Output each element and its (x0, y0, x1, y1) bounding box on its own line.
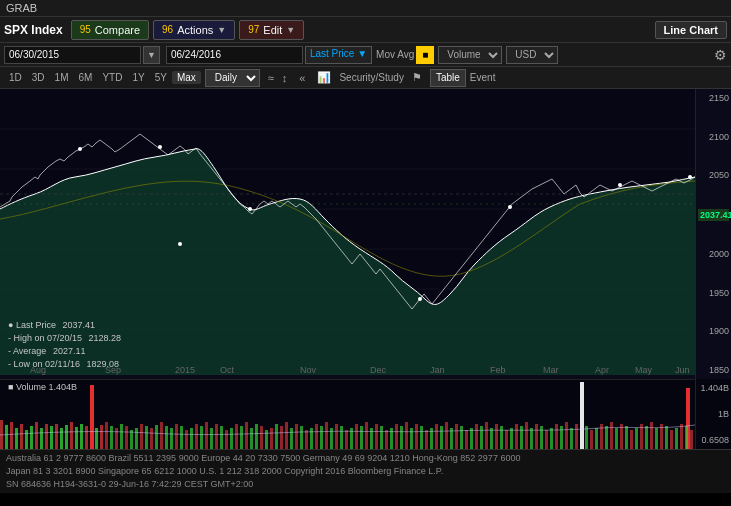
svg-rect-106 (440, 426, 443, 449)
svg-rect-135 (585, 426, 588, 449)
svg-rect-122 (520, 426, 523, 449)
svg-rect-99 (405, 422, 408, 449)
period-1y[interactable]: 1Y (127, 71, 149, 84)
volume-svg (0, 380, 695, 449)
svg-rect-97 (395, 424, 398, 449)
svg-rect-132 (565, 422, 568, 449)
scale-tool[interactable]: ↕ (278, 71, 292, 85)
svg-rect-33 (70, 422, 73, 449)
svg-rect-125 (535, 424, 538, 449)
gear-icon[interactable]: ⚙ (714, 47, 727, 63)
svg-rect-31 (60, 428, 63, 449)
security-study-button[interactable]: Security/Study (339, 72, 403, 83)
month-nov: Nov (300, 365, 316, 375)
period-max[interactable]: Max (172, 71, 201, 84)
date-from-input[interactable] (4, 46, 141, 64)
svg-rect-113 (475, 424, 478, 449)
svg-rect-24 (30, 426, 33, 449)
svg-rect-56 (190, 428, 193, 449)
compare-num: 95 (80, 24, 91, 35)
svg-rect-120 (510, 428, 513, 449)
svg-rect-131 (580, 382, 584, 449)
svg-rect-22 (20, 424, 23, 449)
svg-rect-136 (590, 430, 593, 449)
svg-rect-119 (505, 430, 508, 449)
volume-dropdown[interactable]: Volume (438, 46, 502, 64)
period-5y[interactable]: 5Y (150, 71, 172, 84)
month-jan: Jan (430, 365, 445, 375)
date-from-calendar-icon[interactable]: ▼ (143, 46, 160, 64)
compare-button[interactable]: 95 Compare (71, 20, 149, 40)
svg-rect-107 (445, 422, 448, 449)
edit-label: Edit (263, 24, 282, 36)
legend-average: - Average 2027.11 (8, 345, 121, 358)
line-chart-label[interactable]: Line Chart (655, 21, 727, 39)
period-1d[interactable]: 1D (4, 71, 27, 84)
title-bar: GRAB (0, 0, 731, 17)
svg-rect-153 (675, 428, 678, 449)
actions-num: 96 (162, 24, 173, 35)
svg-rect-127 (545, 430, 548, 449)
svg-rect-112 (470, 428, 473, 449)
price-axis: 2150 2100 2050 2037.41 2000 1950 1900 18… (695, 89, 731, 379)
legend-low-value: 1829.08 (87, 359, 120, 369)
svg-rect-66 (240, 426, 243, 449)
security-study-label: Security/Study (339, 72, 403, 83)
edit-button[interactable]: 97 Edit ▼ (239, 20, 304, 40)
svg-rect-82 (320, 426, 323, 449)
price-1850: 1850 (698, 365, 729, 375)
svg-rect-151 (665, 426, 668, 449)
svg-rect-81 (315, 424, 318, 449)
price-current: 2037.41 (698, 209, 729, 221)
svg-rect-62 (220, 426, 223, 449)
legend-low: - Low on 02/11/16 1829.08 (8, 358, 121, 371)
nav-left-button[interactable]: « (299, 72, 305, 84)
daily-dropdown[interactable]: Daily (205, 69, 260, 87)
price-1900: 1900 (698, 326, 729, 336)
bar-chart-icon[interactable]: 📊 (313, 70, 335, 85)
svg-rect-87 (345, 430, 348, 449)
svg-rect-154 (680, 424, 683, 449)
period-ytd[interactable]: YTD (97, 71, 127, 84)
volume-area: ■ Volume 1.404B (0, 379, 695, 449)
svg-point-7 (78, 147, 82, 151)
svg-rect-51 (165, 426, 168, 449)
month-apr: Apr (595, 365, 609, 375)
date-to-input[interactable] (166, 46, 303, 64)
crosshair-tool[interactable]: ≈ (264, 71, 278, 85)
svg-rect-45 (135, 428, 138, 449)
price-2050: 2050 (698, 170, 729, 180)
period-6m[interactable]: 6M (74, 71, 98, 84)
flag-icon[interactable]: ⚑ (412, 71, 422, 84)
svg-rect-19 (5, 425, 8, 449)
svg-rect-141 (615, 428, 618, 449)
svg-rect-20 (10, 422, 13, 449)
svg-rect-94 (380, 426, 383, 449)
actions-button[interactable]: 96 Actions ▼ (153, 20, 235, 40)
svg-rect-95 (385, 430, 388, 449)
period-3d[interactable]: 3D (27, 71, 50, 84)
svg-rect-64 (230, 428, 233, 449)
volume-legend-icon: ■ (8, 382, 13, 392)
svg-rect-79 (305, 430, 308, 449)
svg-rect-52 (170, 428, 173, 449)
status-line3: SN 684636 H194-3631-0 29-Jun-16 7:42:29 … (6, 478, 725, 491)
svg-rect-55 (185, 430, 188, 449)
usd-dropdown[interactable]: USD (506, 46, 558, 64)
legend-high-label: - High on 07/20/15 (8, 333, 82, 343)
last-price-dropdown[interactable]: Last Price ▼ (305, 46, 372, 64)
mov-avg-button[interactable]: ■ (416, 46, 434, 64)
event-button[interactable]: Event (470, 72, 496, 83)
svg-rect-129 (555, 424, 558, 449)
period-1m[interactable]: 1M (50, 71, 74, 84)
svg-rect-124 (530, 428, 533, 449)
legend-last-price: ● Last Price 2037.41 (8, 319, 121, 332)
table-button[interactable]: Table (430, 69, 466, 87)
svg-rect-157 (690, 430, 693, 449)
svg-rect-147 (645, 426, 648, 449)
svg-rect-86 (340, 426, 343, 449)
legend-avg-value: 2027.11 (53, 346, 86, 356)
volume-axis: 1.404B 1B 0.6508 (695, 379, 731, 449)
ticker-label: SPX Index (4, 23, 63, 37)
svg-rect-36 (85, 426, 88, 449)
